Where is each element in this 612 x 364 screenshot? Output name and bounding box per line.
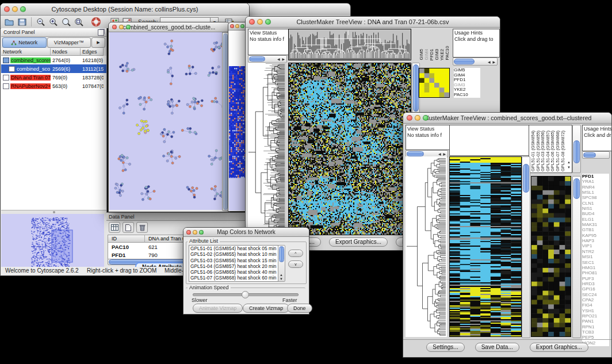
zoom-window-button[interactable] <box>265 19 271 25</box>
gene-label[interactable]: PAN1 <box>582 319 609 324</box>
gene-label[interactable]: FIG4 <box>582 302 609 308</box>
minimize-button[interactable] <box>415 115 420 121</box>
zoom-window-button[interactable] <box>199 230 204 235</box>
gene-label[interactable]: ELG1 <box>582 217 609 222</box>
close-button[interactable] <box>249 19 255 25</box>
column-label[interactable]: GPL51-07 (GSM868) <box>555 131 560 171</box>
gene-label[interactable]: KAP95 <box>582 233 609 238</box>
save-session-button[interactable] <box>16 16 28 28</box>
column-label[interactable]: GIM4 <box>424 49 429 60</box>
close-button[interactable] <box>112 25 117 29</box>
column-label[interactable]: GPL51-02 (GSM855) <box>536 131 541 171</box>
gene-label[interactable]: CLN1 <box>582 201 609 206</box>
heatmap-canvas[interactable] <box>288 63 411 235</box>
gene-label[interactable]: SEC1 <box>582 260 609 265</box>
network-canvas[interactable] <box>109 32 223 210</box>
column-label[interactable]: GIM5 <box>419 49 424 60</box>
col-edges[interactable]: Edges <box>81 48 104 56</box>
treeview2-titlebar[interactable]: ClusterMaker TreeView : combined_scores_… <box>403 113 611 124</box>
new-attribute-icon[interactable] <box>123 222 134 233</box>
column-label[interactable]: GPL51-08 (GSM872) <box>560 131 565 171</box>
column-label[interactable]: PAC10 <box>445 46 450 60</box>
zoom-window-button[interactable] <box>126 25 131 29</box>
minimize-button[interactable] <box>119 25 124 29</box>
delete-attribute-trash-icon[interactable] <box>136 222 148 233</box>
row-dendrogram[interactable] <box>406 156 447 337</box>
gene-label[interactable]: CPA2 <box>582 297 609 302</box>
close-button[interactable] <box>407 115 412 121</box>
zoom-in-icon[interactable] <box>47 16 60 28</box>
column-label[interactable]: YKE2 <box>439 49 445 60</box>
attribute-item[interactable]: GPL51-04 (GSM857) heat shock 20 min <box>190 263 278 269</box>
column-label[interactable]: GPL51-03 (GSM856) <box>540 131 545 171</box>
minimize-button[interactable] <box>235 24 239 28</box>
gene-label[interactable]: PFD1 <box>582 174 609 179</box>
gene-label[interactable]: HRD3 <box>582 281 609 286</box>
column-label[interactable]: GPL51-06 (GSM865) <box>550 131 555 171</box>
gene-label[interactable]: MSI1 <box>582 254 609 259</box>
attribute-item[interactable]: GPL51-07 (GSM868) heat shock 60 min <box>190 275 278 281</box>
gene-label[interactable]: BUD4 <box>582 211 609 216</box>
treeview-button[interactable]: Settings... <box>426 343 464 352</box>
close-button[interactable] <box>230 24 234 28</box>
row-label[interactable]: PAC10 <box>454 93 480 98</box>
gene-label[interactable]: SPC98 <box>582 195 609 200</box>
column-dendrogram-area[interactable] <box>449 125 531 156</box>
birdseye-view[interactable] <box>1 214 104 273</box>
gene-label[interactable]: VIP1 <box>582 243 609 248</box>
zoom-window-button[interactable] <box>240 24 244 28</box>
network-table-row[interactable]: RNAPuberNov2+l 563(0) 107847(0) <box>1 82 106 90</box>
treeview-button[interactable]: Save Data... <box>475 343 519 352</box>
minimize-button[interactable] <box>12 6 18 12</box>
heatmap-canvas[interactable] <box>449 156 522 337</box>
treeview1-titlebar[interactable]: ClusterMaker TreeView : DNA and Tran 07-… <box>246 17 500 28</box>
gene-label[interactable]: YSH1 <box>582 308 609 313</box>
network-table-row[interactable]: DNA and Tran 07 769(0) 183728(0) <box>1 73 106 82</box>
animate-vizmap-button[interactable]: Animate Vizmap <box>193 304 243 313</box>
heatmap-vscrollbar[interactable] <box>522 156 530 338</box>
open-session-button[interactable] <box>3 16 16 28</box>
matrix-hscrollbar[interactable]: ◀ ▶ <box>453 58 498 66</box>
zoom-window-button[interactable] <box>20 6 26 12</box>
create-vizmap-button[interactable]: Create Vizmap <box>243 304 289 313</box>
minimize-button[interactable] <box>193 230 197 235</box>
zoom-out-icon[interactable] <box>35 16 47 28</box>
gene-label[interactable]: HAP3 <box>582 238 609 243</box>
tab-network[interactable]: Network <box>2 37 47 48</box>
gene-label[interactable]: HMG1 <box>582 265 609 270</box>
done-button[interactable]: Done <box>287 304 312 313</box>
attribute-item[interactable]: GPL51-03 (GSM856) heat shock 15 min <box>190 258 278 263</box>
tab-vizmapper[interactable]: VizMapper™ <box>47 37 91 48</box>
column-labels-scrollbar[interactable] <box>572 125 581 173</box>
column-label[interactable]: GPL51-01 (GSM854) <box>530 131 536 171</box>
column-label[interactable]: PFD1 <box>429 49 434 60</box>
usage-hints-scrollbar[interactable] <box>582 151 610 159</box>
col-network[interactable]: Network <box>1 48 51 56</box>
gene-label[interactable]: SEC24 <box>582 292 609 297</box>
treeview-button[interactable]: Export Graphics... <box>530 343 588 352</box>
network-table-row[interactable]: combined_sco 2569(6) 13112(15) <box>1 64 106 73</box>
gene-label[interactable]: PHO81 <box>582 270 609 275</box>
treeview-button[interactable]: Export Graphics... <box>329 237 388 247</box>
attribute-item[interactable]: GPL51-02 (GSM855) heat shock 10 min <box>190 251 278 257</box>
animation-slider[interactable] <box>193 293 299 296</box>
gene-label[interactable]: RPO21 <box>582 313 609 319</box>
gene-label[interactable]: YRA1 <box>582 179 609 184</box>
attribute-item[interactable]: GPL51-01 (GSM854) heat shock 05 min <box>190 246 278 251</box>
col-nodes[interactable]: Nodes <box>51 48 81 56</box>
zoom-heatmap-canvas[interactable] <box>531 176 571 337</box>
column-label[interactable]: GIM3 <box>434 49 439 60</box>
tab-overflow-arrow[interactable]: ▶ <box>91 37 105 48</box>
help-lifesaver-icon[interactable] <box>90 16 102 28</box>
zoom-window-button[interactable] <box>423 115 429 121</box>
attribute-item[interactable]: GPL51-06 (GSM865) heat shock 40 min <box>190 269 278 275</box>
gene-label[interactable]: RNR4 <box>582 185 609 190</box>
gene-label[interactable]: RPN1 <box>582 324 609 329</box>
minimize-button[interactable] <box>257 19 263 25</box>
main-titlebar[interactable]: Cytoscape Desktop (Session Name: collins… <box>1 3 249 16</box>
view-status-scrollbar[interactable]: ◀ ▶ <box>248 55 287 63</box>
move-down-button[interactable]: v <box>288 260 303 268</box>
attribute-list-scrollbar[interactable]: ▲ ▼ <box>278 245 285 282</box>
gene-label[interactable]: NIS1 <box>582 206 609 211</box>
attr-col-id[interactable]: ID <box>108 235 145 243</box>
